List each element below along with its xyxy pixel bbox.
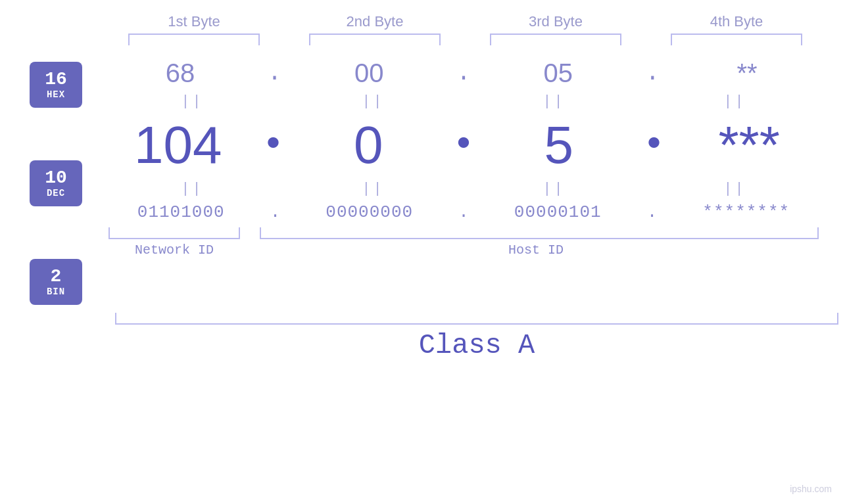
dec-val-2: 0 (354, 116, 383, 174)
bin-val-2: 00000000 (326, 202, 413, 222)
bracket-top-2 (309, 34, 441, 45)
eq-7: || (482, 181, 627, 197)
id-labels: Network ID Host ID (102, 242, 825, 258)
bin-badge: 2 BIN (30, 259, 82, 305)
dot-hex-1: . (268, 60, 282, 87)
bin-number: 2 (51, 267, 62, 287)
dec-row: 104 • 0 • 5 • *** (102, 115, 825, 175)
bracket-gap (240, 227, 260, 239)
dot-bin-3: . (647, 202, 658, 222)
dot-hex-3: . (646, 60, 660, 87)
bracket-top-4 (671, 34, 802, 45)
hex-badge: 16 HEX (30, 62, 82, 108)
eq-8: || (663, 181, 808, 197)
dec-number: 10 (45, 168, 67, 189)
hex-label: HEX (47, 89, 65, 100)
byte-header-3: 3rd Byte (483, 13, 628, 30)
dec-val-4: *** (718, 116, 779, 174)
bottom-brackets (102, 227, 825, 239)
hex-val-2: 00 (354, 58, 384, 87)
dot-dec-2: • (452, 126, 475, 165)
host-id-label: Host ID (247, 242, 825, 258)
equals-row-2: || || || || (102, 181, 825, 197)
eq-5: || (120, 181, 265, 197)
network-id-label: Network ID (102, 242, 247, 258)
equals-row-1: || || || || (102, 93, 825, 110)
hex-val-4: ** (736, 58, 757, 87)
bracket-top-3 (490, 34, 621, 45)
byte-headers: 1st Byte 2nd Byte 3rd Byte 4th Byte (104, 13, 827, 30)
eq-1: || (120, 93, 265, 110)
bracket-host (260, 227, 819, 239)
eq-2: || (301, 93, 446, 110)
hex-number: 16 (45, 70, 67, 90)
hex-row: 68 . 00 . 05 . ** (102, 58, 825, 88)
eq-4: || (663, 93, 808, 110)
bin-val-4: ******** (702, 202, 790, 222)
dot-dec-3: • (642, 126, 665, 165)
eq-3: || (482, 93, 627, 110)
long-bracket (115, 313, 838, 325)
hex-val-3: 05 (543, 58, 573, 87)
hex-val-1: 68 (166, 58, 195, 87)
dec-badge: 10 DEC (30, 160, 82, 206)
dec-val-3: 5 (544, 116, 573, 174)
left-labels: 16 HEX 10 DEC 2 BIN (30, 62, 82, 305)
bin-row: 01101000 . 00000000 . 00000101 . *******… (102, 202, 825, 222)
dot-hex-2: . (456, 60, 471, 87)
eq-6: || (301, 181, 446, 197)
bin-val-3: 00000101 (514, 202, 602, 222)
byte-header-4: 4th Byte (664, 13, 809, 30)
byte-header-2: 2nd Byte (302, 13, 447, 30)
bracket-top-1 (128, 34, 260, 45)
bin-val-1: 01101000 (137, 202, 225, 222)
main-container: 1st Byte 2nd Byte 3rd Byte 4th Byte 16 H… (0, 0, 845, 504)
dot-dec-1: • (262, 126, 285, 165)
dec-label: DEC (47, 188, 65, 198)
dec-val-1: 104 (134, 116, 222, 174)
class-label: Class A (115, 330, 838, 361)
dot-bin-2: . (458, 202, 469, 222)
dot-bin-1: . (270, 202, 281, 222)
byte-header-1: 1st Byte (122, 13, 266, 30)
top-brackets (104, 34, 827, 45)
bin-label: BIN (47, 286, 65, 297)
bracket-network (109, 227, 240, 239)
watermark: ipshu.com (790, 484, 832, 494)
